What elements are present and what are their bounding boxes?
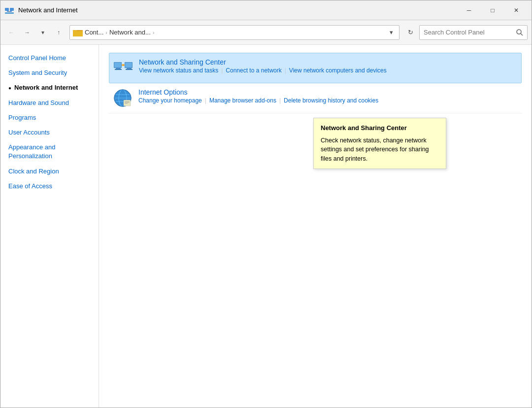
title-bar: Network and Internet ─ □ ✕ bbox=[0, 0, 532, 20]
tooltip-title: Network and Sharing Center bbox=[321, 123, 439, 133]
search-input[interactable] bbox=[420, 29, 512, 36]
search-bar[interactable] bbox=[419, 25, 528, 40]
category-row-network-sharing: Network and Sharing Center View network … bbox=[109, 53, 522, 83]
search-icon bbox=[516, 29, 523, 36]
forward-button[interactable]: → bbox=[20, 26, 34, 39]
cat-link-addons[interactable]: Manage browser add-ons bbox=[209, 97, 276, 104]
cat-link-view-status[interactable]: View network status and tasks bbox=[139, 67, 218, 74]
svg-rect-15 bbox=[115, 69, 122, 70]
category-title-network-sharing[interactable]: Network and Sharing Center bbox=[139, 58, 517, 66]
sidebar-item-network-internet[interactable]: ● Network and Internet bbox=[0, 80, 99, 95]
category-links-internet-options: Change your homepage | Manage browser ad… bbox=[138, 97, 518, 104]
address-part-2: Network and... bbox=[109, 29, 151, 36]
sidebar-item-control-panel-home[interactable]: Control Panel Home bbox=[0, 51, 99, 66]
nav-bar: ← → ▾ ↑ Cont... › Network and... › ▾ ↻ bbox=[0, 20, 532, 45]
svg-rect-5 bbox=[5, 12, 14, 14]
svg-rect-14 bbox=[116, 68, 121, 69]
sidebar-item-clock-region[interactable]: Clock and Region bbox=[0, 164, 99, 179]
close-button[interactable]: ✕ bbox=[505, 3, 528, 18]
network-sharing-icon bbox=[113, 58, 133, 78]
search-button[interactable] bbox=[512, 26, 527, 39]
sidebar-item-user-accounts[interactable]: User Accounts bbox=[0, 125, 99, 140]
sidebar-label: Control Panel Home bbox=[8, 54, 66, 63]
tooltip: Network and Sharing Center Check network… bbox=[313, 118, 446, 169]
svg-rect-4 bbox=[8, 11, 10, 12]
address-part-1: Cont... bbox=[85, 29, 103, 36]
sidebar-item-system-security[interactable]: System and Security bbox=[0, 66, 99, 80]
svg-point-21 bbox=[122, 64, 124, 66]
sidebar-item-appearance-personalization[interactable]: Appearance and Personalization bbox=[0, 140, 99, 164]
category-content-internet-options: Internet Options Change your homepage | … bbox=[138, 88, 518, 104]
sidebar-label: Clock and Region bbox=[8, 167, 59, 176]
maximize-button[interactable]: □ bbox=[481, 3, 504, 18]
sidebar-item-hardware-sound[interactable]: Hardware and Sound bbox=[0, 96, 99, 110]
category-title-internet-options[interactable]: Internet Options bbox=[138, 88, 518, 96]
svg-rect-13 bbox=[114, 63, 121, 68]
sidebar-label: User Accounts bbox=[8, 128, 50, 137]
recent-locations-button[interactable]: ▾ bbox=[36, 26, 50, 39]
cat-link-view-computers[interactable]: View network computers and devices bbox=[289, 67, 387, 74]
svg-rect-19 bbox=[126, 69, 133, 70]
svg-rect-1 bbox=[10, 8, 14, 11]
sidebar-label: Hardware and Sound bbox=[8, 99, 69, 107]
svg-point-10 bbox=[517, 30, 521, 34]
svg-rect-18 bbox=[127, 68, 132, 69]
sidebar-label: System and Security bbox=[8, 68, 67, 77]
address-path: Cont... › Network and... › bbox=[85, 29, 384, 36]
main-window: Network and Internet ─ □ ✕ ← → ▾ ↑ Cont.… bbox=[0, 0, 532, 408]
address-folder-icon bbox=[73, 29, 83, 36]
window-controls: ─ □ ✕ bbox=[458, 3, 528, 18]
cat-link-homepage[interactable]: Change your homepage bbox=[138, 97, 202, 104]
content-area: Network and Sharing Center View network … bbox=[99, 45, 532, 408]
svg-rect-9 bbox=[73, 31, 83, 36]
back-button[interactable]: ← bbox=[4, 26, 18, 39]
svg-rect-17 bbox=[125, 63, 132, 68]
sidebar-label: Ease of Access bbox=[8, 182, 52, 191]
sidebar-label: Programs bbox=[8, 113, 36, 122]
address-dropdown-button[interactable]: ▾ bbox=[386, 26, 396, 39]
tooltip-description: Check network status, change network set… bbox=[321, 136, 439, 164]
sidebar-label: Network and Internet bbox=[14, 83, 78, 92]
sidebar-item-ease-access[interactable]: Ease of Access bbox=[0, 179, 99, 194]
cat-link-connect[interactable]: Connect to a network bbox=[226, 67, 281, 74]
main-area: Control Panel Home System and Security ●… bbox=[0, 45, 532, 408]
svg-line-11 bbox=[521, 34, 523, 35]
minimize-button[interactable]: ─ bbox=[458, 3, 480, 18]
svg-rect-28 bbox=[124, 100, 131, 106]
window-title: Network and Internet bbox=[18, 6, 458, 14]
category-row-internet-options: Internet Options Change your homepage | … bbox=[109, 83, 522, 113]
sidebar: Control Panel Home System and Security ●… bbox=[0, 45, 99, 408]
internet-options-icon bbox=[113, 88, 133, 108]
cat-link-delete-history[interactable]: Delete browsing history and cookies bbox=[284, 97, 378, 104]
sidebar-item-programs[interactable]: Programs bbox=[0, 110, 99, 125]
category-content-network-sharing: Network and Sharing Center View network … bbox=[139, 58, 517, 74]
category-links-network-sharing: View network status and tasks | Connect … bbox=[139, 67, 517, 74]
up-button[interactable]: ↑ bbox=[52, 26, 66, 39]
window-icon bbox=[4, 5, 14, 15]
address-bar[interactable]: Cont... › Network and... › ▾ bbox=[69, 25, 399, 40]
sidebar-label: Appearance and Personalization bbox=[8, 143, 91, 161]
active-bullet: ● bbox=[8, 85, 11, 92]
svg-rect-0 bbox=[5, 8, 9, 11]
refresh-button[interactable]: ↻ bbox=[403, 26, 417, 39]
